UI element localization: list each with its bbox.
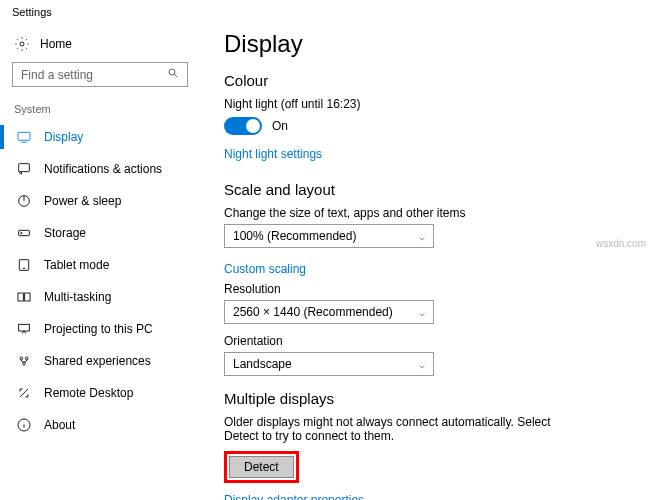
sidebar-item-tablet[interactable]: Tablet mode: [12, 249, 188, 281]
main-content: Display Colour Night light (off until 16…: [200, 22, 654, 500]
orientation-value: Landscape: [233, 357, 292, 371]
section-label: System: [12, 103, 188, 115]
page-title: Display: [224, 30, 634, 58]
tablet-icon: [16, 257, 32, 273]
toggle-state: On: [272, 119, 288, 133]
sidebar-item-label: Power & sleep: [44, 194, 121, 208]
svg-point-16: [25, 357, 28, 360]
sidebar-item-label: Tablet mode: [44, 258, 109, 272]
sidebar-item-label: Multi-tasking: [44, 290, 111, 304]
search-icon: [167, 67, 179, 82]
night-light-toggle[interactable]: [224, 117, 262, 135]
svg-rect-5: [19, 164, 30, 172]
orientation-label: Orientation: [224, 334, 634, 348]
svg-rect-3: [18, 132, 30, 140]
about-icon: [16, 417, 32, 433]
home-label: Home: [40, 37, 72, 51]
adapter-properties-link[interactable]: Display adapter properties: [224, 493, 364, 500]
svg-rect-13: [25, 293, 30, 301]
home-nav[interactable]: Home: [12, 30, 188, 62]
multiple-displays-note: Older displays might not always connect …: [224, 415, 584, 443]
sidebar-item-label: Display: [44, 130, 83, 144]
svg-line-2: [174, 74, 177, 77]
sidebar-item-shared[interactable]: Shared experiences: [12, 345, 188, 377]
search-input[interactable]: Find a setting: [12, 62, 188, 87]
detect-highlight: Detect: [224, 451, 299, 483]
sidebar-item-multitasking[interactable]: Multi-tasking: [12, 281, 188, 313]
detect-button[interactable]: Detect: [229, 456, 294, 478]
chevron-down-icon: ⌵: [419, 231, 425, 242]
scale-heading: Scale and layout: [224, 181, 634, 198]
night-light-label: Night light (off until 16:23): [224, 97, 634, 111]
watermark: wsxdn.com: [596, 238, 646, 249]
multitasking-icon: [16, 289, 32, 305]
sidebar-item-label: Remote Desktop: [44, 386, 133, 400]
sidebar-item-label: About: [44, 418, 75, 432]
sidebar-item-label: Notifications & actions: [44, 162, 162, 176]
sidebar-item-about[interactable]: About: [12, 409, 188, 441]
resolution-dropdown[interactable]: 2560 × 1440 (Recommended) ⌵: [224, 300, 434, 324]
notifications-icon: [16, 161, 32, 177]
svg-rect-12: [18, 293, 23, 301]
sidebar: Home Find a setting System Display Notif…: [0, 22, 200, 500]
colour-heading: Colour: [224, 72, 634, 89]
display-icon: [16, 129, 32, 145]
sidebar-item-label: Projecting to this PC: [44, 322, 153, 336]
gear-icon: [14, 36, 30, 52]
projecting-icon: [16, 321, 32, 337]
sidebar-item-remote[interactable]: Remote Desktop: [12, 377, 188, 409]
storage-icon: [16, 225, 32, 241]
resolution-value: 2560 × 1440 (Recommended): [233, 305, 393, 319]
sidebar-item-storage[interactable]: Storage: [12, 217, 188, 249]
multiple-displays-heading: Multiple displays: [224, 390, 634, 407]
svg-point-9: [21, 232, 22, 233]
search-placeholder: Find a setting: [21, 68, 93, 82]
svg-rect-14: [19, 324, 30, 331]
orientation-dropdown[interactable]: Landscape ⌵: [224, 352, 434, 376]
window-title: Settings: [0, 0, 654, 22]
scale-dropdown[interactable]: 100% (Recommended) ⌵: [224, 224, 434, 248]
chevron-down-icon: ⌵: [419, 307, 425, 318]
svg-point-0: [20, 42, 24, 46]
text-size-label: Change the size of text, apps and other …: [224, 206, 634, 220]
night-light-settings-link[interactable]: Night light settings: [224, 147, 322, 161]
scale-value: 100% (Recommended): [233, 229, 356, 243]
resolution-label: Resolution: [224, 282, 634, 296]
shared-icon: [16, 353, 32, 369]
sidebar-item-notifications[interactable]: Notifications & actions: [12, 153, 188, 185]
sidebar-item-projecting[interactable]: Projecting to this PC: [12, 313, 188, 345]
sidebar-item-display[interactable]: Display: [12, 121, 188, 153]
power-icon: [16, 193, 32, 209]
sidebar-item-label: Shared experiences: [44, 354, 151, 368]
svg-point-1: [169, 69, 175, 75]
svg-point-15: [20, 357, 23, 360]
sidebar-item-label: Storage: [44, 226, 86, 240]
remote-icon: [16, 385, 32, 401]
custom-scaling-link[interactable]: Custom scaling: [224, 262, 306, 276]
chevron-down-icon: ⌵: [419, 359, 425, 370]
sidebar-item-power[interactable]: Power & sleep: [12, 185, 188, 217]
